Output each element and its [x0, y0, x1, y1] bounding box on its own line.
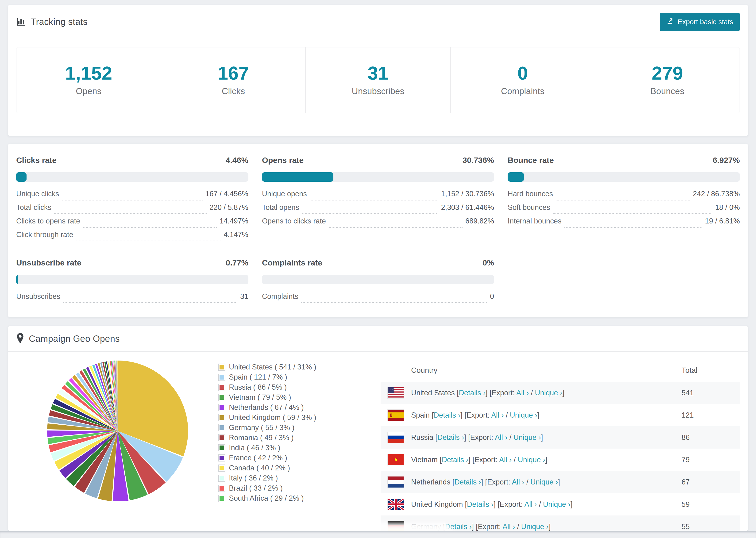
legend-item: Germany ( 55 / 3% ) [219, 422, 316, 433]
rate-detail-label: Total opens [262, 203, 299, 212]
rate-progress-track [262, 172, 494, 182]
rate-detail-label: Unique opens [262, 190, 307, 198]
rate-value: 6.927% [713, 156, 740, 165]
details-link[interactable]: Details › [442, 456, 468, 464]
country-cell: Russia [Details ›] [Export: All › / Uniq… [411, 433, 681, 442]
rate-detail-label: Unique clicks [16, 190, 59, 198]
legend-item: Vietnam ( 79 / 5% ) [219, 392, 316, 402]
rate-progress-track [262, 275, 494, 284]
export-all-link[interactable]: All › [491, 411, 504, 419]
rate-detail-value: 1,152 / 30.736% [441, 190, 494, 198]
rate-title: Bounce rate [508, 156, 554, 165]
legend-item: Italy ( 36 / 2% ) [219, 473, 316, 483]
geo-table: Country Total United States [Details ›] … [381, 351, 740, 531]
export-all-link[interactable]: All › [512, 478, 524, 486]
total-cell: 541 [681, 389, 740, 397]
country-flag-icon [388, 476, 404, 488]
legend-swatch [219, 445, 225, 451]
dotted-leader [553, 213, 712, 214]
legend-label: Russia ( 86 / 5% ) [229, 383, 287, 392]
rate-detail-row: Unique opens 1,152 / 30.736% [262, 190, 494, 203]
total-cell: 86 [681, 433, 740, 442]
geo-table-header: Country Total [381, 351, 740, 382]
legend-item: United Kingdom ( 59 / 3% ) [219, 412, 316, 422]
export-basic-stats-button[interactable]: Export basic stats [660, 13, 740, 31]
country-cell: United Kingdom [Details ›] [Export: All … [411, 500, 681, 509]
export-unique-link[interactable]: Unique › [535, 389, 562, 397]
rate-title: Clicks rate [16, 156, 57, 165]
legend-item: Spain ( 121 / 7% ) [219, 372, 316, 382]
details-link[interactable]: Details › [437, 433, 464, 442]
legend-label: Romania ( 49 / 3% ) [229, 434, 294, 442]
stat-label: Clicks [222, 86, 245, 96]
table-row: United States [Details ›] [Export: All ›… [381, 382, 740, 404]
legend-label: Canada ( 40 / 2% ) [229, 464, 290, 472]
total-cell: 121 [681, 411, 740, 419]
stat-value: 167 [218, 64, 249, 82]
stat-box: 1,152 Opens [17, 47, 161, 113]
legend-label: United States ( 541 / 31% ) [229, 363, 316, 371]
dotted-leader [54, 213, 207, 214]
geo-title: Campaign Geo Opens [29, 334, 120, 344]
table-row: United Kingdom [Details ›] [Export: All … [381, 493, 740, 515]
details-link[interactable]: Details › [434, 411, 460, 419]
legend-label: Italy ( 36 / 2% ) [229, 474, 278, 482]
legend-label: Vietnam ( 79 / 5% ) [229, 393, 291, 402]
column-header-country: Country [411, 366, 681, 375]
export-unique-link[interactable]: Unique › [510, 411, 537, 419]
legend-swatch [219, 364, 225, 370]
legend-swatch [219, 465, 225, 471]
legend-swatch [219, 394, 225, 401]
country-cell: Netherlands [Details ›] [Export: All › /… [411, 478, 681, 486]
export-unique-link[interactable]: Unique › [518, 456, 545, 464]
legend-swatch [219, 404, 225, 411]
rate-value: 30.736% [462, 156, 494, 165]
table-row: Russia [Details ›] [Export: All › / Uniq… [381, 426, 740, 449]
export-all-link[interactable]: All › [503, 522, 515, 531]
rate-progress-fill [262, 172, 333, 182]
summary-stats-row: 1,152 Opens 167 Clicks 31 Unsubscribes 0… [16, 47, 740, 113]
table-row: Spain [Details ›] [Export: All › / Uniqu… [381, 404, 740, 426]
legend-label: Germany ( 55 / 3% ) [229, 423, 295, 432]
dotted-leader [329, 227, 462, 228]
legend-item: United States ( 541 / 31% ) [219, 362, 316, 372]
rate-detail-label: Soft bounces [508, 203, 550, 212]
details-link[interactable]: Details › [467, 500, 494, 509]
country-flag-icon [388, 499, 404, 510]
stat-box: 279 Bounces [595, 47, 739, 113]
campaign-geo-opens-card: Campaign Geo Opens United States ( 541 /… [8, 326, 748, 531]
export-unique-link[interactable]: Unique › [530, 478, 558, 486]
export-all-link[interactable]: All › [516, 389, 529, 397]
legend-item: France ( 42 / 2% ) [219, 453, 316, 463]
pie-legend: United States ( 541 / 31% ) Spain ( 121 … [219, 362, 316, 503]
dotted-leader [76, 241, 221, 241]
rate-detail-row: Internal bounces 19 / 6.81% [508, 217, 740, 231]
rate-detail-row: Unsubscribes 31 [16, 292, 248, 306]
rate-detail-value: 0 [490, 292, 494, 301]
export-all-link[interactable]: All › [495, 433, 507, 442]
rate-detail-value: 689.82% [465, 217, 494, 225]
total-cell: 59 [681, 500, 740, 509]
export-all-link[interactable]: All › [499, 456, 512, 464]
details-link[interactable]: Details › [454, 478, 481, 486]
rate-title: Opens rate [262, 156, 304, 165]
dotted-leader [556, 200, 690, 200]
rate-detail-value: 14.497% [220, 217, 248, 225]
pie-slice [118, 360, 188, 456]
legend-label: Brazil ( 33 / 2% ) [229, 484, 283, 493]
stat-value: 279 [652, 64, 683, 82]
geo-pie-chart [40, 353, 195, 509]
rate-detail-label: Complaints [262, 292, 298, 301]
export-all-link[interactable]: All › [524, 500, 537, 509]
rate-detail-row: Opens to clicks rate 689.82% [262, 217, 494, 231]
export-unique-link[interactable]: Unique › [513, 433, 541, 442]
stat-box: 31 Unsubscribes [306, 47, 450, 113]
export-unique-link[interactable]: Unique › [521, 522, 549, 531]
export-unique-link[interactable]: Unique › [543, 500, 570, 509]
rate-panel: Opens rate 30.736% Unique opens 1,152 / … [262, 156, 494, 244]
rate-detail-row: Total clicks 220 / 5.87% [16, 203, 248, 217]
export-icon [666, 17, 674, 27]
total-cell: 79 [681, 456, 740, 464]
details-link[interactable]: Details › [459, 389, 486, 397]
stat-label: Bounces [650, 86, 684, 96]
